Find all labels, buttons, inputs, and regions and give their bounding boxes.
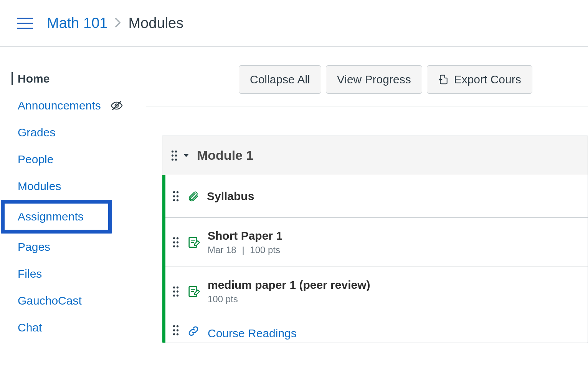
nav-item-gauchocast[interactable]: GauchoCast — [12, 287, 146, 314]
svg-point-34 — [173, 329, 175, 331]
item-text: medium paper 1 (peer review) 100 pts — [208, 276, 370, 307]
item-meta: Mar 18 | 100 pts — [208, 245, 282, 255]
nav-item-files[interactable]: Files — [12, 260, 146, 287]
item-title: medium paper 1 (peer review) — [208, 278, 370, 292]
breadcrumb-course-link[interactable]: Math 101 — [47, 15, 107, 31]
nav-label: Grades — [18, 126, 55, 139]
chevron-right-icon — [114, 17, 121, 30]
svg-point-37 — [177, 333, 178, 335]
toolbar-divider — [146, 106, 588, 106]
item-due: Mar 18 — [208, 245, 236, 255]
collapse-all-button[interactable]: Collapse All — [239, 65, 321, 94]
svg-point-16 — [173, 241, 175, 243]
svg-point-14 — [173, 237, 175, 239]
svg-point-7 — [175, 158, 177, 160]
svg-point-2 — [172, 150, 173, 152]
content: Home Announcements Grades People Modules… — [0, 47, 588, 391]
drag-handle-icon[interactable] — [171, 150, 178, 161]
svg-point-35 — [177, 329, 178, 331]
module-items: Syllabus Short Paper 1 — [162, 175, 588, 343]
hidden-eye-icon — [110, 99, 123, 112]
module-item[interactable]: Course Readings — [165, 316, 588, 343]
svg-point-11 — [177, 195, 178, 197]
nav-label: Announcements — [18, 99, 101, 112]
module-header[interactable]: Module 1 — [162, 136, 588, 175]
meta-separator: | — [239, 245, 247, 255]
svg-point-6 — [172, 158, 173, 160]
svg-point-10 — [173, 195, 175, 197]
link-icon — [187, 325, 200, 338]
drag-handle-icon[interactable] — [172, 325, 179, 336]
nav-item-chat[interactable]: Chat — [12, 314, 146, 341]
item-text: Short Paper 1 Mar 18 | 100 pts — [208, 227, 282, 258]
nav-label: Modules — [18, 180, 61, 192]
nav-item-people[interactable]: People — [12, 146, 146, 173]
nav-item-home[interactable]: Home — [12, 65, 146, 92]
module-item[interactable]: medium paper 1 (peer review) 100 pts — [165, 267, 588, 316]
drag-handle-icon[interactable] — [172, 237, 179, 248]
nav-item-announcements[interactable]: Announcements — [12, 92, 146, 119]
item-meta: 100 pts — [208, 294, 370, 305]
course-nav: Home Announcements Grades People Modules… — [0, 47, 146, 391]
svg-point-32 — [173, 325, 175, 327]
breadcrumb-current: Modules — [128, 15, 183, 31]
modules-list: Module 1 Syllabus — [146, 136, 588, 343]
nav-label: Assignments — [18, 210, 84, 223]
nav-label: People — [18, 153, 53, 166]
view-progress-button[interactable]: View Progress — [326, 65, 422, 94]
export-course-button[interactable]: Export Cours — [427, 65, 532, 94]
toolbar: Collapse All View Progress Export Cours — [146, 65, 588, 94]
button-label: Export Cours — [454, 73, 521, 86]
button-label: Collapse All — [250, 73, 310, 86]
svg-point-23 — [173, 286, 175, 288]
svg-point-25 — [173, 290, 175, 292]
svg-point-33 — [177, 325, 178, 327]
svg-point-24 — [177, 286, 178, 288]
nav-label: Files — [18, 267, 42, 280]
svg-point-12 — [173, 199, 175, 201]
svg-point-19 — [177, 245, 178, 247]
item-pts: 100 pts — [250, 245, 280, 255]
caret-down-icon[interactable] — [183, 153, 189, 158]
drag-handle-icon[interactable] — [172, 286, 179, 297]
button-label: View Progress — [337, 73, 411, 86]
nav-item-pages[interactable]: Pages — [12, 234, 146, 260]
svg-point-18 — [173, 245, 175, 247]
nav-label: Chat — [18, 321, 42, 334]
svg-point-26 — [177, 290, 178, 292]
nav-item-assignments[interactable]: Assignments — [1, 200, 112, 234]
nav-label: Pages — [18, 240, 50, 253]
drag-handle-icon[interactable] — [172, 191, 179, 202]
svg-point-9 — [177, 191, 178, 193]
svg-point-5 — [175, 154, 177, 156]
item-text: Course Readings — [208, 325, 297, 342]
nav-item-modules[interactable]: Modules — [12, 173, 146, 200]
main: Collapse All View Progress Export Cours — [146, 47, 588, 391]
svg-point-17 — [177, 241, 178, 243]
svg-point-15 — [177, 237, 178, 239]
module-title: Module 1 — [195, 148, 253, 163]
item-title: Short Paper 1 — [208, 229, 282, 242]
nav-label: GauchoCast — [18, 294, 82, 307]
svg-point-8 — [173, 191, 175, 193]
nav-item-grades[interactable]: Grades — [12, 119, 146, 146]
assignment-icon — [187, 236, 200, 249]
svg-point-28 — [177, 294, 178, 296]
module-item[interactable]: Short Paper 1 Mar 18 | 100 pts — [165, 217, 588, 267]
svg-point-3 — [175, 150, 177, 152]
module: Module 1 Syllabus — [162, 136, 588, 343]
item-text: Syllabus — [207, 187, 254, 205]
export-icon — [438, 74, 449, 85]
item-pts: 100 pts — [208, 294, 238, 304]
svg-point-13 — [177, 199, 178, 201]
breadcrumb: Math 101 Modules — [47, 15, 183, 31]
paperclip-icon — [187, 190, 199, 202]
item-title: Course Readings — [208, 327, 297, 340]
module-item[interactable]: Syllabus — [165, 175, 588, 217]
hamburger-menu-icon[interactable] — [17, 18, 33, 29]
item-title: Syllabus — [207, 190, 254, 203]
svg-point-36 — [173, 333, 175, 335]
svg-point-27 — [173, 294, 175, 296]
topbar: Math 101 Modules — [0, 0, 588, 47]
assignment-icon — [187, 285, 200, 298]
